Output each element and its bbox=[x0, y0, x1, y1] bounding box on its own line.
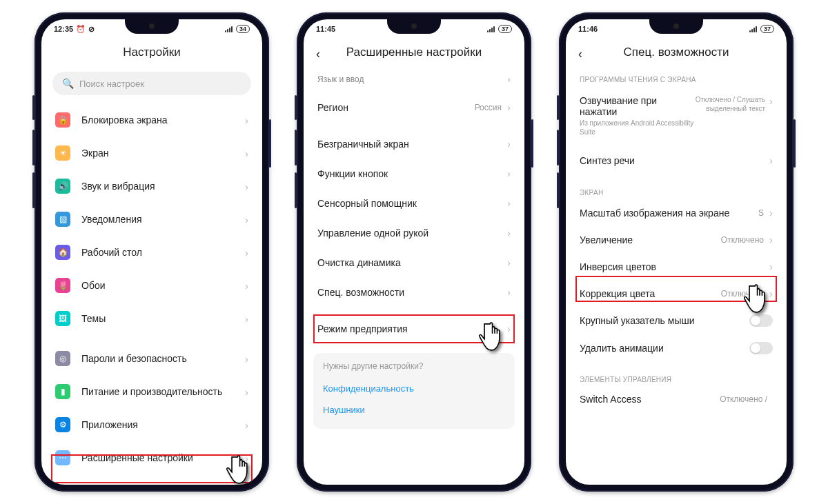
apps-icon: ⚙ bbox=[55, 417, 70, 432]
row-fullscreen[interactable]: Безграничный экран› bbox=[304, 129, 524, 159]
side-button bbox=[269, 119, 271, 168]
row-power[interactable]: ▮Питание и производительность› bbox=[41, 375, 262, 408]
chevron-right-icon: › bbox=[245, 247, 248, 259]
chevron-right-icon: › bbox=[769, 95, 773, 107]
sun-icon: ☀ bbox=[55, 145, 70, 161]
footer-suggestions: Нужны другие настройки? Конфиденциальнос… bbox=[313, 353, 515, 429]
link-privacy[interactable]: Конфиденциальность bbox=[323, 378, 505, 399]
link-headphones[interactable]: Наушники bbox=[323, 399, 505, 421]
row-home[interactable]: 🏠Рабочий стол› bbox=[41, 236, 262, 269]
chevron-right-icon: › bbox=[507, 168, 511, 179]
chevron-right-icon: › bbox=[769, 154, 773, 166]
row-talkback[interactable]: Озвучивание при нажатии Из приложения An… bbox=[566, 86, 787, 145]
row-sound[interactable]: 🔊Звук и вибрация› bbox=[41, 170, 262, 203]
status-time: 12:35 bbox=[54, 25, 73, 33]
cursor-hand-icon bbox=[226, 452, 258, 491]
phone-mockup-1: 12:35 ⏰ ⊘ 34 Настройки 🔍 Поиск настроек … bbox=[34, 12, 269, 492]
notification-icon: ▧ bbox=[55, 212, 70, 227]
chevron-right-icon: › bbox=[507, 256, 511, 268]
chevron-right-icon: › bbox=[245, 280, 248, 292]
chevron-right-icon: › bbox=[245, 214, 248, 225]
chevron-right-icon: › bbox=[245, 353, 248, 365]
chevron-right-icon: › bbox=[245, 313, 248, 325]
row-security[interactable]: ◎Пароли и безопасность› bbox=[41, 342, 262, 375]
row-lockscreen[interactable]: 🔒Блокировка экрана› bbox=[41, 103, 262, 137]
chevron-right-icon: › bbox=[769, 261, 773, 272]
alarm-icon: ⏰ bbox=[76, 25, 86, 34]
footer-question: Нужны другие настройки? bbox=[323, 361, 505, 371]
side-button bbox=[295, 95, 297, 120]
chevron-right-icon: › bbox=[507, 286, 511, 298]
chevron-right-icon: › bbox=[507, 197, 511, 209]
lock-icon: 🔒 bbox=[55, 112, 70, 128]
side-button bbox=[295, 172, 297, 208]
status-time: 11:46 bbox=[578, 25, 598, 33]
side-button bbox=[32, 172, 34, 208]
row-display[interactable]: ☀Экран› bbox=[41, 137, 262, 170]
toggle-switch[interactable] bbox=[749, 342, 773, 354]
section-controls: ЭЛЕМЕНТЫ УПРАВЛЕНИЯ bbox=[566, 369, 787, 386]
signal-icon bbox=[225, 26, 233, 32]
row-one-hand[interactable]: Управление одной рукой› bbox=[304, 218, 524, 248]
row-themes[interactable]: 🖼Темы› bbox=[41, 302, 262, 335]
search-placeholder: Поиск настроек bbox=[79, 79, 144, 89]
chevron-right-icon: › bbox=[245, 148, 248, 159]
cursor-hand-icon bbox=[479, 319, 511, 358]
themes-icon: 🖼 bbox=[55, 311, 70, 326]
row-color-inversion[interactable]: Инверсия цветов› bbox=[566, 253, 787, 280]
row-notifications[interactable]: ▧Уведомления› bbox=[41, 203, 262, 236]
section-display: ЭКРАН bbox=[566, 182, 787, 199]
battery-icon: ▮ bbox=[55, 384, 70, 399]
search-input[interactable]: 🔍 Поиск настроек bbox=[52, 72, 251, 95]
back-button[interactable]: ‹ bbox=[316, 47, 320, 61]
chevron-right-icon: › bbox=[507, 227, 511, 239]
row-touch-assistant[interactable]: Сенсорный помощник› bbox=[304, 188, 524, 218]
side-button bbox=[32, 130, 34, 165]
section-screenreader: ПРОГРАММЫ ЧТЕНИЯ С ЭКРАНА bbox=[566, 69, 787, 86]
phone-notch bbox=[387, 19, 441, 34]
row-display-scale[interactable]: Масштаб изображения на экранеS› bbox=[566, 199, 787, 226]
row-switch-access[interactable]: Switch AccessОтключено / bbox=[566, 386, 787, 407]
chevron-right-icon: › bbox=[245, 386, 248, 398]
wallpaper-icon: 🌷 bbox=[55, 278, 70, 293]
row-wallpaper[interactable]: 🌷Обои› bbox=[41, 269, 262, 302]
side-button bbox=[32, 95, 34, 120]
page-header: ‹ Расширенные настройки bbox=[304, 39, 524, 69]
chevron-right-icon: › bbox=[245, 181, 248, 192]
page-header: ‹ Спец. возможности bbox=[566, 39, 787, 69]
side-button bbox=[557, 130, 559, 165]
chevron-right-icon: › bbox=[507, 101, 511, 113]
row-remove-animations[interactable]: Удалить анимации bbox=[566, 334, 787, 362]
row-language-input[interactable]: Язык и ввод› bbox=[304, 69, 524, 92]
page-title: Спец. возможности bbox=[577, 46, 776, 59]
row-magnification[interactable]: УвеличениеОтключено› bbox=[566, 226, 787, 253]
phone-notch bbox=[649, 19, 703, 34]
search-icon: 🔍 bbox=[62, 78, 74, 89]
row-speaker-clean[interactable]: Очистка динамика› bbox=[304, 248, 524, 277]
signal-icon bbox=[749, 26, 757, 32]
row-accessibility[interactable]: Спец. возможности› bbox=[304, 277, 524, 307]
row-region[interactable]: РегионРоссия› bbox=[304, 92, 524, 122]
side-button bbox=[531, 119, 533, 168]
chevron-right-icon: › bbox=[245, 114, 248, 126]
chevron-right-icon: › bbox=[507, 138, 511, 150]
row-apps[interactable]: ⚙Приложения› bbox=[41, 408, 262, 441]
sound-icon: 🔊 bbox=[55, 179, 70, 194]
side-button bbox=[557, 95, 559, 120]
mute-icon: ⊘ bbox=[88, 25, 95, 34]
row-tts[interactable]: Синтез речи› bbox=[566, 145, 787, 175]
fingerprint-icon: ◎ bbox=[55, 351, 70, 366]
side-button bbox=[295, 130, 297, 165]
battery-indicator: 37 bbox=[760, 25, 774, 33]
chevron-right-icon: › bbox=[769, 234, 773, 245]
status-time: 11:45 bbox=[316, 25, 335, 33]
page-header: Настройки bbox=[41, 39, 262, 69]
phone-notch bbox=[125, 19, 179, 34]
phone-mockup-2: 11:45 37 ‹ Расширенные настройки Язык и … bbox=[297, 12, 531, 492]
side-button bbox=[557, 172, 559, 208]
row-button-functions[interactable]: Функции кнопок› bbox=[304, 159, 524, 188]
page-title: Расширенные настройки bbox=[315, 46, 513, 59]
back-button[interactable]: ‹ bbox=[578, 47, 582, 61]
chevron-right-icon: › bbox=[769, 207, 773, 219]
battery-indicator: 37 bbox=[498, 25, 512, 33]
